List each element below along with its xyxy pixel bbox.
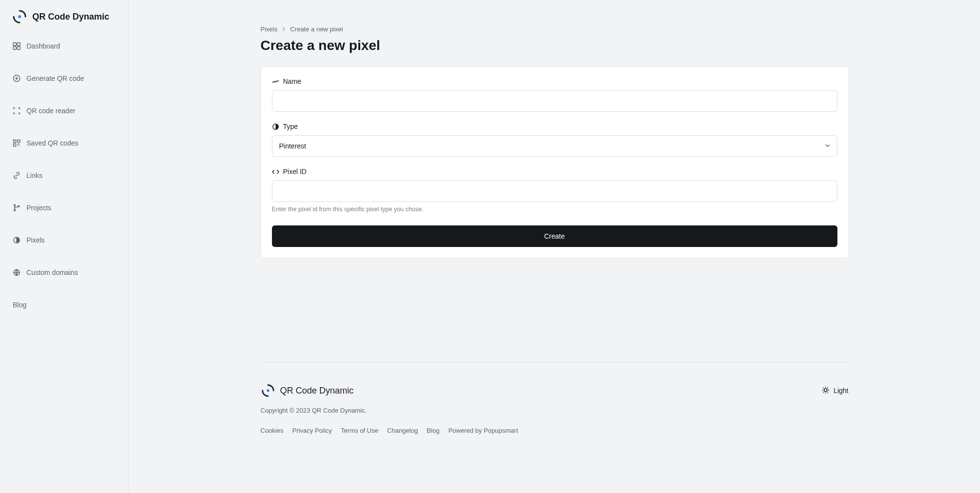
sidebar-item-label: Generate QR code [26, 74, 84, 82]
footer-link-changelog[interactable]: Changelog [387, 427, 418, 434]
create-button[interactable]: Create [272, 225, 837, 247]
type-select[interactable]: Pinterest [272, 135, 837, 157]
sidebar-item-label: Links [26, 172, 43, 179]
pixel-id-label: Pixel ID [272, 168, 837, 175]
chevron-right-icon [281, 25, 286, 33]
sidebar-item-pixels[interactable]: Pixels [6, 229, 122, 251]
grid-icon [13, 42, 21, 50]
qr-icon [13, 139, 21, 147]
sidebar-item-dashboard[interactable]: Dashboard [6, 35, 122, 57]
form-group-name: Name [272, 77, 837, 112]
theme-label: Light [833, 387, 848, 394]
sidebar-item-blog[interactable]: Blog [6, 294, 122, 316]
sidebar-item-label: Projects [26, 204, 51, 212]
footer-brand-name: QR Code Dynamic [280, 386, 354, 396]
sidebar-item-links[interactable]: Links [6, 165, 122, 186]
footer-links: Cookies Privacy Policy Terms of Use Chan… [261, 427, 849, 434]
form-group-type: Type Pinterest [272, 123, 837, 157]
footer-link-privacy[interactable]: Privacy Policy [292, 427, 332, 434]
svg-point-15 [267, 389, 270, 392]
sidebar-item-label: Blog [13, 301, 26, 309]
sidebar-item-label: QR code reader [26, 107, 75, 115]
name-label: Name [272, 77, 837, 85]
link-icon [13, 172, 21, 179]
adjust-icon [272, 123, 279, 130]
svg-rect-4 [17, 47, 20, 49]
sidebar-item-qr-reader[interactable]: QR code reader [6, 100, 122, 122]
footer-link-terms[interactable]: Terms of Use [341, 427, 378, 434]
sidebar-item-saved-qr[interactable]: Saved QR codes [6, 132, 122, 154]
sidebar-item-custom-domains[interactable]: Custom domains [6, 262, 122, 283]
svg-rect-6 [14, 140, 16, 143]
svg-rect-2 [17, 43, 20, 46]
name-input[interactable] [272, 90, 837, 112]
breadcrumb: Pixels Create a new pixel [261, 0, 849, 33]
page-title: Create a new pixel [261, 38, 849, 53]
sidebar-item-projects[interactable]: Projects [6, 197, 122, 219]
sun-icon [822, 386, 830, 395]
svg-rect-7 [18, 140, 20, 143]
pixel-id-input[interactable] [272, 180, 837, 202]
main-content: Pixels Create a new pixel Create a new p… [129, 0, 980, 493]
type-label: Type [272, 123, 837, 130]
sidebar-item-label: Dashboard [26, 42, 60, 50]
svg-point-10 [14, 210, 16, 211]
page-footer: QR Code Dynamic Light Copyright © 2023 Q… [261, 362, 849, 493]
svg-point-16 [824, 389, 827, 392]
sidebar: QR Code Dynamic Dashboard Generate QR co… [0, 0, 129, 493]
footer-logo[interactable]: QR Code Dynamic [261, 383, 354, 398]
logo-mark-icon [261, 383, 275, 398]
signature-icon [272, 78, 279, 85]
logo-mark-icon [12, 9, 27, 25]
svg-point-9 [14, 205, 16, 206]
breadcrumb-current: Create a new pixel [290, 25, 343, 33]
footer-link-popupsmart[interactable]: Powered by Popupsmart [448, 427, 518, 434]
sidebar-item-generate-qr[interactable]: Generate QR code [6, 68, 122, 89]
form-group-pixel-id: Pixel ID Enter the pixel id from this sp… [272, 168, 837, 213]
code-icon [272, 168, 279, 175]
adjust-icon [13, 236, 21, 244]
scan-icon [13, 107, 21, 115]
sidebar-item-label: Pixels [26, 236, 45, 244]
branch-icon [13, 204, 21, 212]
brand-logo[interactable]: QR Code Dynamic [0, 9, 128, 35]
plus-circle-icon [13, 74, 21, 82]
footer-link-cookies[interactable]: Cookies [261, 427, 284, 434]
sidebar-item-label: Saved QR codes [26, 139, 78, 147]
globe-icon [13, 269, 21, 276]
theme-toggle[interactable]: Light [822, 386, 848, 395]
sidebar-nav: Dashboard Generate QR code QR code reade… [0, 35, 128, 325]
create-pixel-form-card: Name Type Pinterest [261, 66, 849, 258]
svg-rect-8 [14, 144, 16, 147]
pixel-id-help-text: Enter the pixel id from this specific pi… [272, 206, 837, 213]
copyright-text: Copyright © 2023 QR Code Dynamic. [261, 407, 849, 414]
breadcrumb-pixels-link[interactable]: Pixels [261, 25, 278, 33]
footer-link-blog[interactable]: Blog [427, 427, 440, 434]
svg-rect-3 [13, 47, 16, 49]
sidebar-item-label: Custom domains [26, 269, 78, 276]
svg-point-0 [18, 15, 21, 18]
brand-name: QR Code Dynamic [32, 12, 109, 22]
svg-rect-1 [13, 43, 16, 46]
